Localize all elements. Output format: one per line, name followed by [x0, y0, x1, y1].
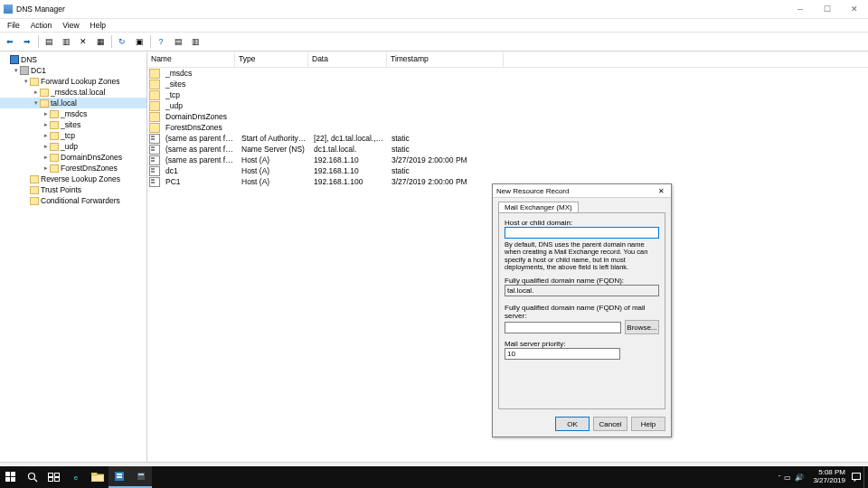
record-icon [149, 134, 160, 144]
expand-icon[interactable]: ▸ [42, 110, 50, 117]
list-row[interactable]: (same as parent folder)Host (A)192.168.1… [147, 155, 868, 165]
server-manager-icon[interactable] [108, 466, 130, 488]
list-row[interactable]: _tcp [147, 89, 868, 100]
list-row[interactable]: _msdcs [147, 68, 868, 79]
tree-label: _msdcs [61, 109, 87, 118]
list-row[interactable]: dc1Host (A)192.168.1.10static [147, 165, 868, 176]
minimize-button[interactable]: ─ [787, 0, 814, 18]
tree-node[interactable]: ▸DomainDnsZones [0, 152, 146, 163]
tab-mail-exchanger[interactable]: Mail Exchanger (MX) [498, 202, 579, 212]
maximize-button[interactable]: ☐ [814, 0, 841, 18]
sound-icon[interactable]: 🔊 [795, 474, 804, 482]
delete-button[interactable]: ✕ [75, 33, 91, 50]
tree-node[interactable]: ▾DC1 [0, 65, 146, 76]
expand-icon[interactable]: ▸ [42, 164, 50, 172]
notifications-button[interactable] [849, 466, 863, 488]
expand-icon[interactable]: ▾ [32, 99, 40, 107]
task-view-button[interactable] [43, 466, 65, 488]
mailserver-input[interactable] [505, 322, 621, 333]
export-button[interactable]: ▣ [131, 33, 147, 50]
dns-manager-icon[interactable] [130, 466, 152, 488]
menu-action[interactable]: Action [25, 21, 58, 30]
list-pane[interactable]: Name Type Data Timestamp _msdcs_sites_tc… [147, 52, 868, 462]
tree-node[interactable]: ▸_msdcs.tal.local [0, 87, 146, 98]
cell-timestamp: static [388, 145, 504, 154]
col-name[interactable]: Name [147, 52, 235, 67]
cancel-button[interactable]: Cancel [593, 417, 627, 431]
expand-icon[interactable]: ▸ [42, 154, 50, 161]
search-button[interactable] [22, 466, 43, 488]
expand-icon[interactable]: ▸ [42, 132, 50, 139]
system-tray[interactable]: ˆ ▭ 🔊 [777, 474, 810, 482]
menu-help[interactable]: Help [85, 21, 111, 30]
dialog-close-button[interactable]: ✕ [655, 187, 667, 195]
tree-node[interactable]: ▸_sites [0, 119, 146, 130]
tree-node[interactable]: Trust Points [0, 184, 146, 195]
help-button[interactable]: Help [631, 417, 665, 431]
network-icon[interactable]: ▭ [784, 474, 791, 482]
clock[interactable]: 5:08 PM 3/27/2019 [809, 469, 849, 485]
tree-node[interactable]: Conditional Forwarders [0, 195, 146, 206]
forward-button[interactable]: ➡ [19, 33, 35, 50]
svg-rect-11 [91, 473, 97, 475]
tree-label: DNS [21, 55, 37, 64]
list-row[interactable]: _udp [147, 100, 868, 111]
filter-button[interactable]: ▤ [170, 33, 186, 50]
list-row[interactable]: DomainDnsZones [147, 111, 868, 122]
col-data[interactable]: Data [308, 52, 387, 67]
expand-icon[interactable]: ▸ [32, 89, 40, 96]
edge-icon[interactable]: e [65, 466, 87, 488]
priority-label: Mail server priority: [505, 340, 659, 348]
cut-button[interactable]: ▥ [58, 33, 74, 50]
cell-timestamp: static [388, 134, 504, 143]
priority-input[interactable] [505, 348, 620, 360]
tree-node[interactable]: ▸_udp [0, 141, 146, 152]
cell-type: Start of Authority (SOA) [238, 134, 310, 143]
host-input[interactable] [505, 227, 659, 239]
ok-button[interactable]: OK [555, 417, 590, 431]
svg-rect-7 [55, 474, 60, 477]
tree-node[interactable]: ▾tal.local [0, 98, 146, 108]
properties-button[interactable]: ▦ [92, 33, 108, 50]
tree-node[interactable]: DNS [0, 54, 146, 65]
browse-button[interactable]: Browse... [625, 320, 659, 334]
clock-date: 3/27/2019 [813, 477, 845, 485]
file-explorer-icon[interactable] [87, 466, 108, 488]
expand-icon[interactable]: ▾ [12, 67, 20, 74]
fqdn-label: Fully qualified domain name (FQDN): [505, 277, 659, 285]
cell-type: Host (A) [238, 155, 310, 164]
show-desktop-button[interactable] [863, 466, 868, 488]
list-row[interactable]: (same as parent folder)Name Server (NS)d… [147, 144, 868, 155]
tree-label: Trust Points [41, 185, 81, 194]
menu-view[interactable]: View [57, 21, 84, 30]
close-button[interactable]: ✕ [841, 0, 868, 18]
expand-icon[interactable]: ▸ [42, 121, 50, 128]
menu-file[interactable]: File [2, 21, 25, 30]
tree-node[interactable]: ▸_tcp [0, 130, 146, 141]
list-row[interactable]: ForestDnsZones [147, 122, 868, 133]
col-timestamp[interactable]: Timestamp [387, 52, 504, 67]
back-button[interactable]: ⬅ [2, 33, 18, 50]
dialog-titlebar: New Resource Record ✕ [493, 184, 671, 198]
expand-icon[interactable]: ▸ [42, 143, 50, 150]
list-row[interactable]: _sites [147, 79, 868, 89]
svg-point-4 [29, 474, 35, 480]
tree-node[interactable]: ▸_msdcs [0, 108, 146, 119]
tree-label: _tcp [61, 131, 75, 140]
tree-pane[interactable]: DNS▾DC1▾Forward Lookup Zones▸_msdcs.tal.… [0, 52, 147, 462]
expand-icon[interactable]: ▾ [22, 78, 30, 85]
tree-node[interactable]: ▸ForestDnsZones [0, 163, 146, 174]
new-button[interactable]: ▥ [187, 33, 203, 50]
refresh-button[interactable]: ↻ [114, 33, 130, 50]
tree-node[interactable]: Reverse Lookup Zones [0, 174, 146, 184]
help-button[interactable]: ? [153, 33, 169, 50]
folder-icon [30, 77, 39, 86]
start-button[interactable] [0, 466, 22, 488]
svg-rect-0 [5, 472, 10, 476]
col-type[interactable]: Type [235, 52, 308, 67]
show-hide-tree-button[interactable]: ▤ [41, 33, 57, 50]
tray-chevron-icon[interactable]: ˆ [778, 474, 781, 482]
list-row[interactable]: (same as parent folder)Start of Authorit… [147, 133, 868, 144]
tree-node[interactable]: ▾Forward Lookup Zones [0, 76, 146, 87]
folder-icon [50, 164, 59, 173]
